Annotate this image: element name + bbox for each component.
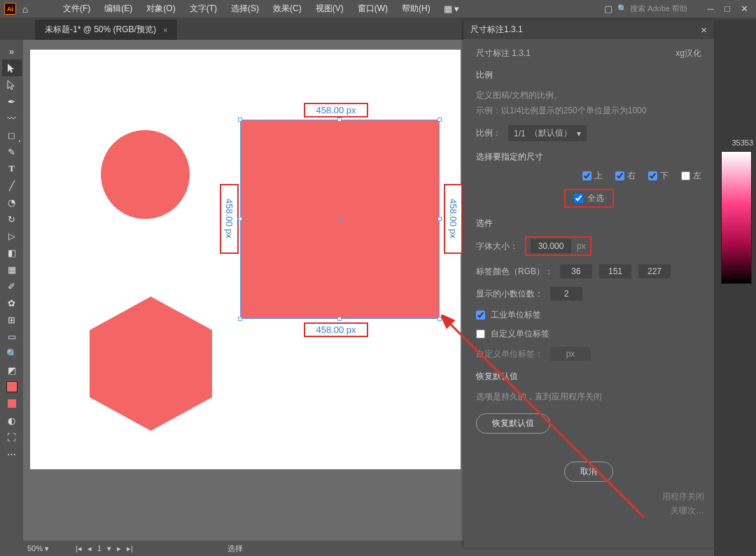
artboard[interactable]: 458.00 px 458.00 px 458.00 px 458.00 px (30, 50, 461, 469)
next-page-icon[interactable]: ▸ (115, 544, 123, 553)
dimension-left: 458.00 px (220, 184, 239, 254)
decimals-label: 显示的小数位数： (476, 288, 543, 300)
dimension-top: 458.00 px (304, 103, 368, 117)
menu-edit[interactable]: 编辑(E) (98, 3, 139, 15)
maximize-button[interactable]: □ (720, 3, 735, 14)
close-button[interactable]: ✕ (736, 3, 752, 14)
sel-handle[interactable] (438, 217, 442, 221)
sel-center (339, 218, 342, 221)
fontsize-input[interactable] (531, 239, 571, 253)
menu-type[interactable]: 文字(T) (183, 3, 223, 15)
sel-handle[interactable] (438, 317, 442, 321)
color-g-input[interactable] (599, 264, 631, 278)
circle-shape[interactable] (101, 130, 190, 219)
prev-page-icon[interactable]: ◂ (85, 544, 94, 553)
status-text: 选择 (227, 543, 243, 554)
sel-handle[interactable] (438, 117, 442, 122)
dialog-close-icon[interactable]: × (701, 24, 707, 36)
menu-object[interactable]: 对象(O) (140, 3, 181, 15)
custom-checkbox[interactable] (476, 329, 485, 338)
side-right-checkbox[interactable]: 右 (615, 170, 636, 182)
tool-bar: » ✒ 〰 ◻▸ ✎ T ╱ ◔ ↻ ▷ ◧ ▦ ✐ ✿ ⊞ ▭ 🔍 ◩ ◐ ⛶… (0, 40, 23, 556)
menu-window[interactable]: 窗口(W) (351, 3, 394, 15)
hex-fragment: 35353 (732, 138, 753, 147)
shape-builder-tool[interactable]: ◔ (2, 194, 22, 211)
symbol-tool[interactable]: ✿ (2, 294, 22, 311)
dialog-credit: xg汉化 (676, 48, 701, 59)
rotate-tool[interactable]: ↻ (2, 211, 22, 227)
frame-icon[interactable]: ▢ (601, 3, 616, 14)
sel-handle[interactable] (238, 217, 242, 221)
home-icon[interactable]: ⌂ (18, 3, 33, 15)
graph-tool[interactable]: ⊞ (2, 311, 22, 328)
dialog-heading: 尺寸标注 1.3.1 (476, 48, 531, 59)
menu-view[interactable]: 视图(V) (309, 3, 350, 15)
minimize-button[interactable]: ─ (703, 3, 718, 14)
select-all-checkbox[interactable]: 全选 (564, 189, 614, 208)
tool-menu-icon[interactable]: » (2, 43, 22, 59)
document-tab[interactable]: 未标题-1* @ 50% (RGB/预览) × (35, 20, 177, 40)
eraser-tool[interactable]: ◧ (2, 244, 22, 261)
width-tool[interactable]: ▷ (2, 227, 22, 244)
ratio-select[interactable]: 1/1 （默认值） ▾ (508, 125, 587, 141)
artboard-tool[interactable]: ▭ (2, 328, 22, 345)
fill-swatch[interactable] (2, 378, 22, 395)
change-screen[interactable]: ⛶ (2, 429, 22, 445)
dimension-dialog: 尺寸标注1.3.1 × 尺寸标注 1.3.1 xg汉化 比例 定义图稿/文档的比… (463, 20, 714, 548)
layout-icon[interactable]: ▦ ▾ (438, 3, 465, 14)
sides-heading: 选择要指定的尺寸 (476, 151, 701, 163)
decimals-input[interactable] (550, 287, 582, 301)
industrial-checkbox[interactable] (476, 311, 485, 320)
menu-file[interactable]: 文件(F) (57, 3, 97, 15)
color-mode-row[interactable] (2, 395, 22, 412)
footer-link1: 用程序关闭 (662, 491, 704, 503)
menu-effect[interactable]: 效果(C) (267, 3, 308, 15)
side-top-checkbox[interactable]: 上 (582, 170, 603, 182)
ratio-label: 比例： (476, 127, 501, 139)
eyedropper-tool[interactable]: ✐ (2, 278, 22, 294)
tab-close-icon[interactable]: × (163, 26, 167, 34)
color-label: 标签颜色（RGB）： (476, 266, 553, 278)
direct-selection-tool[interactable] (2, 76, 22, 93)
zoom-tool[interactable]: 🔍 (2, 345, 22, 362)
sel-handle[interactable] (337, 117, 342, 122)
menu-help[interactable]: 帮助(H) (396, 3, 437, 15)
hexagon-shape[interactable] (90, 297, 212, 431)
color-r-input[interactable] (560, 264, 592, 278)
line-tool[interactable]: ╱ (2, 177, 22, 194)
restore-heading: 恢复默认值 (476, 371, 701, 383)
selection-tool[interactable] (2, 59, 22, 76)
edit-toolbar[interactable]: ⋯ (2, 445, 22, 462)
rectangle-tool[interactable]: ◻▸ (2, 127, 22, 143)
color-gradient[interactable] (721, 151, 752, 284)
last-page-icon[interactable]: ▸| (125, 544, 135, 553)
cancel-button[interactable]: 取消 (564, 462, 613, 482)
zoom-select[interactable]: 50% ▾ (27, 544, 69, 553)
search-placeholder: 搜索 Adobe 帮助 (630, 3, 687, 14)
side-bottom-checkbox[interactable]: 下 (648, 170, 668, 182)
sel-handle[interactable] (337, 317, 342, 321)
right-panel: 35353 (714, 20, 756, 556)
paintbrush-tool[interactable]: ✎ (2, 143, 22, 160)
gradient-tool[interactable]: ▦ (2, 261, 22, 278)
menu-select[interactable]: 选择(S) (225, 3, 265, 15)
dialog-titlebar: 尺寸标注1.3.1 × (463, 20, 714, 39)
sel-handle[interactable] (238, 117, 242, 122)
pen-tool[interactable]: ✒ (2, 93, 22, 110)
restore-hint: 选项是持久的，直到应用程序关闭 (476, 390, 701, 405)
sel-handle[interactable] (238, 317, 242, 321)
fill-stroke-swap[interactable]: ◩ (2, 362, 22, 378)
page-nav[interactable]: |◂ ◂ 1 ▾ ▸ ▸| (74, 544, 135, 553)
app-icon: Ai (4, 3, 16, 15)
type-tool[interactable]: T (2, 160, 22, 177)
ratio-desc1: 定义图稿/文档的比例。 (476, 88, 701, 104)
curvature-tool[interactable]: 〰 (2, 110, 22, 127)
screen-mode[interactable]: ◐ (2, 412, 22, 429)
first-page-icon[interactable]: |◂ (74, 544, 84, 553)
color-b-input[interactable] (638, 264, 671, 278)
tab-title: 未标题-1* @ 50% (RGB/预览) (45, 24, 156, 36)
side-left-checkbox[interactable]: 左 (681, 170, 701, 182)
restore-defaults-button[interactable]: 恢复默认值 (476, 413, 550, 434)
search-box[interactable]: 🔍 搜索 Adobe 帮助 (617, 3, 687, 14)
custom-unit-input (550, 347, 591, 361)
